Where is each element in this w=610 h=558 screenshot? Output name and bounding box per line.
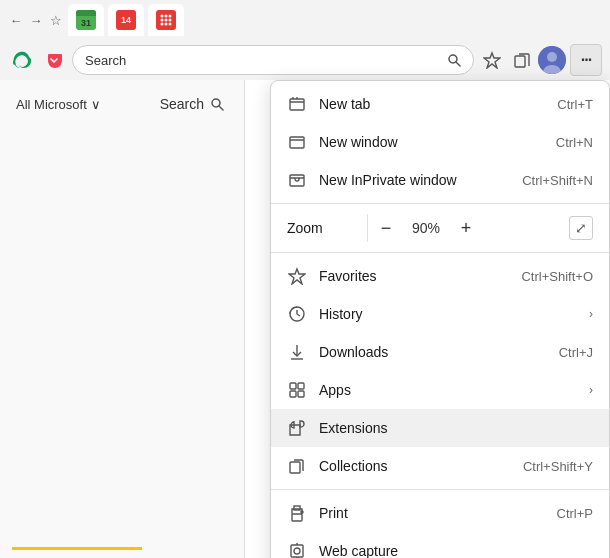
back-icon[interactable]: ← — [8, 12, 24, 28]
divider-1 — [271, 203, 609, 204]
history-icon — [287, 304, 307, 324]
mail-favicon: 14 — [116, 10, 136, 30]
svg-point-6 — [161, 23, 164, 26]
history-arrow: › — [589, 307, 593, 321]
svg-rect-22 — [290, 137, 304, 148]
cal-number: 31 — [81, 16, 91, 30]
zoom-row: Zoom − 90% + ⤢ — [271, 208, 609, 248]
svg-point-1 — [165, 15, 168, 18]
svg-rect-34 — [290, 462, 300, 473]
svg-point-4 — [165, 19, 168, 22]
ms-dropdown[interactable]: All Microsoft ∨ — [12, 95, 105, 114]
ms-label: All Microsoft — [16, 97, 87, 112]
tab-mail[interactable]: 14 — [108, 4, 144, 36]
svg-point-39 — [294, 548, 300, 554]
active-tab-indicator — [12, 547, 142, 550]
svg-point-8 — [169, 23, 172, 26]
print-label: Print — [319, 505, 545, 521]
menu-item-downloads[interactable]: Downloads Ctrl+J — [271, 333, 609, 371]
svg-rect-18 — [290, 99, 304, 110]
webcapture-label: Web capture — [319, 543, 581, 558]
favorites-shortcut: Ctrl+Shift+O — [521, 269, 593, 284]
apps-label: Apps — [319, 382, 577, 398]
menu-item-apps[interactable]: Apps › — [271, 371, 609, 409]
extensions-label: Extensions — [319, 420, 581, 436]
extensions-icon — [287, 418, 307, 438]
new-tab-shortcut: Ctrl+T — [557, 97, 593, 112]
svg-rect-12 — [515, 56, 525, 67]
main-content: New tab Ctrl+T New window Ctrl+N — [245, 80, 610, 558]
page-area: All Microsoft ∨ Search — [0, 80, 610, 558]
menu-item-inprivate[interactable]: New InPrivate window Ctrl+Shift+N — [271, 161, 609, 199]
collections-icon[interactable] — [508, 46, 536, 74]
address-bar: Search — [0, 40, 610, 80]
inprivate-label: New InPrivate window — [319, 172, 510, 188]
menu-item-collections[interactable]: Collections Ctrl+Shift+Y — [271, 447, 609, 485]
extension-icons — [478, 46, 566, 74]
apps-icon — [287, 380, 307, 400]
svg-rect-35 — [292, 514, 302, 521]
new-window-shortcut: Ctrl+N — [556, 135, 593, 150]
ms-chevron: ∨ — [91, 97, 101, 112]
inprivate-icon — [287, 170, 307, 190]
menu-item-new-window[interactable]: New window Ctrl+N — [271, 123, 609, 161]
divider-3 — [271, 489, 609, 490]
print-icon — [287, 503, 307, 523]
downloads-label: Downloads — [319, 344, 547, 360]
svg-point-37 — [301, 511, 303, 513]
collections-label: Collections — [319, 458, 511, 474]
favorites-icon — [287, 266, 307, 286]
sidebar: All Microsoft ∨ Search — [0, 80, 245, 558]
menu-item-webcapture[interactable]: Web capture — [271, 532, 609, 558]
new-window-icon — [287, 132, 307, 152]
apps-arrow: › — [589, 383, 593, 397]
menu-item-print[interactable]: Print Ctrl+P — [271, 494, 609, 532]
address-text: Search — [85, 53, 441, 68]
star-empty-icon[interactable]: ☆ — [48, 12, 64, 28]
sidebar-search-button[interactable]: Search — [152, 92, 232, 116]
collections-shortcut: Ctrl+Shift+Y — [523, 459, 593, 474]
tab-apps[interactable] — [148, 4, 184, 36]
zoom-increase-button[interactable]: + — [448, 212, 484, 244]
edge-logo[interactable] — [8, 46, 36, 74]
divider-2 — [271, 252, 609, 253]
history-label: History — [319, 306, 577, 322]
pocket-icon[interactable] — [40, 46, 68, 74]
svg-marker-26 — [289, 269, 305, 284]
tab-bar: ← → ☆ 31 14 — [0, 0, 610, 40]
browser-window: ← → ☆ 31 14 — [0, 0, 610, 558]
address-input[interactable]: Search — [72, 45, 474, 75]
svg-point-0 — [161, 15, 164, 18]
menu-item-new-tab[interactable]: New tab Ctrl+T — [271, 85, 609, 123]
new-tab-icon — [287, 94, 307, 114]
svg-rect-33 — [298, 391, 304, 397]
apps-favicon — [156, 10, 176, 30]
collections-menu-icon — [287, 456, 307, 476]
forward-icon[interactable]: → — [28, 12, 44, 28]
menu-item-extensions[interactable]: Extensions — [271, 409, 609, 447]
webcapture-icon — [287, 541, 307, 558]
downloads-shortcut: Ctrl+J — [559, 345, 593, 360]
inprivate-shortcut: Ctrl+Shift+N — [522, 173, 593, 188]
more-menu-button[interactable]: ··· — [570, 44, 602, 76]
svg-marker-11 — [484, 53, 500, 68]
new-window-label: New window — [319, 134, 544, 150]
menu-item-history[interactable]: History › — [271, 295, 609, 333]
zoom-expand-button[interactable]: ⤢ — [569, 216, 593, 240]
search-label: Search — [160, 96, 204, 112]
tab-calendar[interactable]: 31 — [68, 4, 104, 36]
svg-rect-30 — [290, 383, 296, 389]
avatar-circle — [538, 46, 566, 74]
bookmark-star-icon[interactable] — [478, 46, 506, 74]
svg-point-7 — [165, 23, 168, 26]
svg-point-2 — [169, 15, 172, 18]
menu-item-favorites[interactable]: Favorites Ctrl+Shift+O — [271, 257, 609, 295]
svg-line-17 — [219, 106, 223, 110]
zoom-label: Zoom — [287, 220, 367, 236]
svg-line-10 — [456, 62, 460, 66]
svg-point-3 — [161, 19, 164, 22]
profile-avatar[interactable] — [538, 46, 566, 74]
zoom-value: 90% — [404, 220, 448, 236]
zoom-decrease-button[interactable]: − — [368, 212, 404, 244]
svg-rect-36 — [294, 506, 300, 510]
